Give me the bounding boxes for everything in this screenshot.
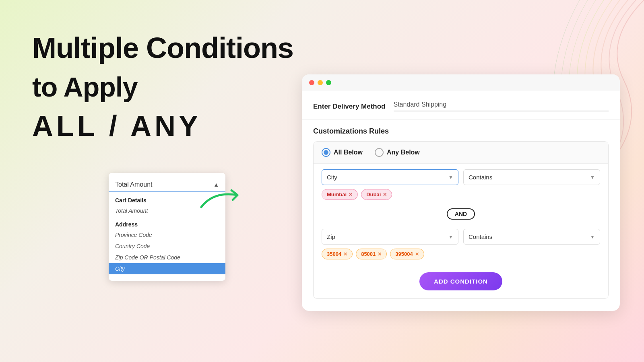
delivery-value-wrap: Standard Shipping [394, 101, 609, 111]
condition-2-operator[interactable]: Contains ▼ [463, 229, 600, 245]
tag-85001-label: 85001 [361, 251, 376, 257]
tag-35004-close-icon[interactable]: ✕ [343, 251, 347, 257]
toggle-any-below[interactable]: Any Below [375, 148, 420, 157]
rules-section: Customizations Rules All Below Any Below [302, 120, 620, 299]
window-chrome [302, 74, 620, 91]
tag-85001-close-icon[interactable]: ✕ [378, 251, 382, 257]
and-row: AND [314, 205, 608, 223]
condition-1-tags: Mumbai ✕ Dubai ✕ [322, 189, 600, 200]
condition-1-field[interactable]: City ▼ [322, 169, 458, 185]
tag-85001[interactable]: 85001 ✕ [356, 249, 387, 259]
window-expand-dot[interactable] [326, 80, 331, 85]
tag-395004-label: 395004 [395, 251, 413, 257]
tag-35004[interactable]: 35004 ✕ [322, 249, 353, 259]
tag-dubai-label: Dubai [366, 191, 381, 197]
left-content: Multiple Conditions to Apply ALL / ANY [32, 32, 293, 142]
tag-mumbai-label: Mumbai [327, 191, 347, 197]
dropdown-item-city[interactable]: City [109, 263, 225, 274]
condition-1-field-arrow-icon: ▼ [448, 175, 453, 180]
condition-row-2: Zip ▼ Contains ▼ 35004 ✕ 85001 ✕ [314, 223, 608, 264]
green-arrow-icon [197, 179, 246, 211]
dropdown-item-country-code[interactable]: Country Code [109, 241, 225, 252]
add-condition-button[interactable]: ADD CONDITION [419, 272, 502, 290]
condition-2-inputs: Zip ▼ Contains ▼ [322, 229, 600, 245]
toggle-any-below-label: Any Below [387, 149, 420, 156]
condition-2-field-arrow-icon: ▼ [448, 234, 453, 240]
add-condition-row: ADD CONDITION [314, 264, 608, 298]
dropdown-section-address: Address Province Code Country Code Zip C… [109, 218, 225, 274]
condition-1-operator-arrow-icon: ▼ [590, 175, 595, 180]
condition-2-field[interactable]: Zip ▼ [322, 229, 458, 245]
toggle-all-below-label: All Below [334, 149, 363, 156]
condition-row-1: City ▼ Contains ▼ Mumbai ✕ Dubai [314, 164, 608, 205]
delivery-method-row: Enter Delivery Method Standard Shipping [302, 91, 620, 120]
tag-395004[interactable]: 395004 ✕ [390, 249, 424, 259]
title-line1: Multiple Conditions [32, 32, 293, 64]
condition-2-field-value: Zip [327, 233, 335, 240]
condition-1-operator[interactable]: Contains ▼ [463, 169, 600, 185]
title-line2: to Apply [32, 72, 293, 102]
ui-panel: Enter Delivery Method Standard Shipping … [302, 74, 620, 311]
toggle-row: All Below Any Below [314, 142, 608, 164]
condition-1-field-value: City [327, 174, 337, 181]
tag-dubai[interactable]: Dubai ✕ [361, 189, 392, 200]
and-badge: AND [447, 208, 475, 220]
condition-2-operator-arrow-icon: ▼ [590, 234, 595, 240]
condition-1-inputs: City ▼ Contains ▼ [322, 169, 600, 185]
delivery-method-value[interactable]: Standard Shipping [394, 101, 609, 111]
tag-mumbai[interactable]: Mumbai ✕ [322, 189, 358, 200]
dropdown-item-province-code[interactable]: Province Code [109, 229, 225, 241]
title-line3: ALL / ANY [32, 110, 293, 142]
condition-2-operator-value: Contains [469, 233, 492, 240]
rules-box: All Below Any Below City ▼ Contains ▼ [313, 141, 609, 299]
tag-dubai-close-icon[interactable]: ✕ [383, 192, 387, 197]
delivery-method-label: Enter Delivery Method [313, 101, 386, 111]
window-close-dot[interactable] [309, 80, 314, 85]
condition-1-operator-value: Contains [469, 174, 492, 181]
radio-any-below[interactable] [375, 148, 384, 157]
toggle-all-below[interactable]: All Below [322, 148, 363, 157]
condition-2-tags: 35004 ✕ 85001 ✕ 395004 ✕ [322, 249, 600, 259]
window-minimize-dot[interactable] [318, 80, 323, 85]
dropdown-section-address-title: Address [109, 218, 225, 229]
tag-35004-label: 35004 [327, 251, 341, 257]
radio-all-below-inner [324, 150, 328, 155]
dropdown-item-zip-code[interactable]: Zip Code OR Postal Code [109, 252, 225, 263]
tag-395004-close-icon[interactable]: ✕ [415, 251, 419, 257]
rules-title: Customizations Rules [313, 127, 609, 136]
radio-all-below[interactable] [322, 148, 330, 157]
tag-mumbai-close-icon[interactable]: ✕ [349, 192, 353, 197]
dropdown-trigger-value: Total Amount [115, 181, 153, 188]
